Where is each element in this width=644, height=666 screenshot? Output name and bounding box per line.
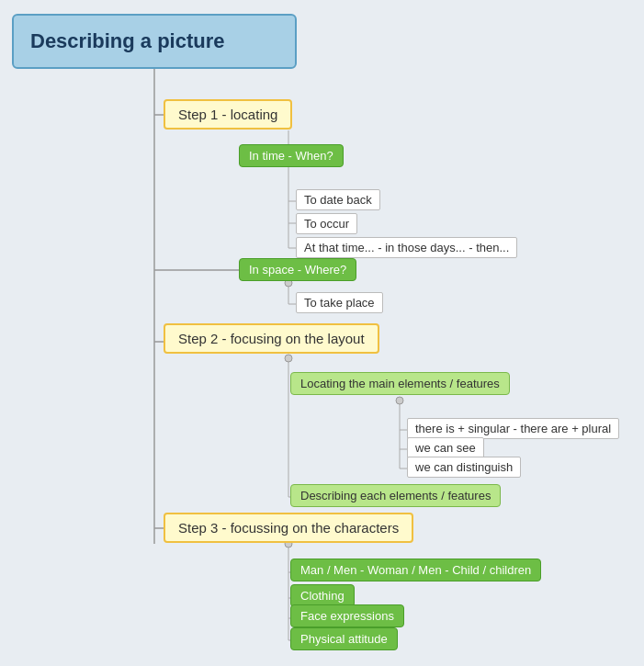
at-that-time-label: At that time... - in those days... - the… xyxy=(304,241,509,254)
face-expressions-node: Face expressions xyxy=(290,604,404,627)
locating-node: Locating the main elements / features xyxy=(290,372,510,395)
we-can-see-label: we can see xyxy=(415,441,476,455)
to-occur-label: To occur xyxy=(304,217,349,231)
at-that-time-node: At that time... - in those days... - the… xyxy=(296,237,517,258)
face-expressions-label: Face expressions xyxy=(300,609,394,623)
locating-label: Locating the main elements / features xyxy=(300,377,500,390)
there-is-label: there is + singular - there are + plural xyxy=(415,422,611,435)
svg-point-28 xyxy=(396,397,403,404)
in-space-node: In space - Where? xyxy=(239,258,356,281)
to-occur-node: To occur xyxy=(296,213,357,234)
to-take-place-node: To take place xyxy=(296,292,383,313)
physical-attitude-node: Physical attitude xyxy=(290,627,398,650)
step2-label: Step 2 - focusing on the layout xyxy=(178,331,365,346)
step3-label: Step 3 - focussing on the characters xyxy=(178,520,399,536)
step2-node: Step 2 - focusing on the layout xyxy=(164,323,379,354)
we-can-distinguish-node: we can distinguish xyxy=(407,457,521,478)
to-take-place-label: To take place xyxy=(304,296,375,310)
man-woman-label: Man / Men - Woman / Men - Child / childr… xyxy=(300,563,531,577)
clothing-label: Clothing xyxy=(300,589,345,603)
physical-attitude-label: Physical attitude xyxy=(300,632,388,646)
canvas: Describing a picture Step 1 - locating I… xyxy=(0,0,644,666)
step1-node: Step 1 - locating xyxy=(164,99,292,130)
there-is-node: there is + singular - there are + plural xyxy=(407,418,619,439)
to-date-back-label: To date back xyxy=(304,193,372,207)
in-space-label: In space - Where? xyxy=(249,263,346,277)
we-can-distinguish-label: we can distinguish xyxy=(415,460,513,474)
title-node: Describing a picture xyxy=(12,14,297,69)
step1-label: Step 1 - locating xyxy=(178,107,277,122)
in-time-label: In time - When? xyxy=(249,149,333,163)
title-label: Describing a picture xyxy=(30,29,225,53)
describing-each-node: Describing each elements / features xyxy=(290,484,501,507)
describing-each-label: Describing each elements / features xyxy=(300,489,491,502)
we-can-see-node: we can see xyxy=(407,437,484,458)
man-woman-node: Man / Men - Woman / Men - Child / childr… xyxy=(290,559,541,581)
in-time-node: In time - When? xyxy=(239,144,344,167)
svg-point-27 xyxy=(285,355,292,362)
step3-node: Step 3 - focussing on the characters xyxy=(164,513,413,543)
to-date-back-node: To date back xyxy=(296,189,380,210)
